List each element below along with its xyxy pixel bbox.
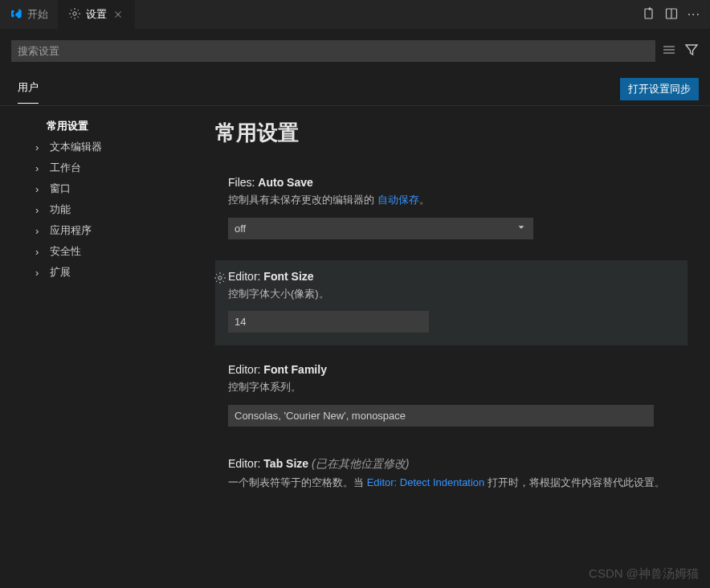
toc-extensions[interactable]: ›扩展 [0,262,185,283]
font-size-input[interactable] [228,311,429,333]
auto-save-select[interactable]: off [228,218,533,239]
setting-tab-size: Editor: Tab Size (已在其他位置修改) 一个制表符等于的空格数。… [215,447,688,513]
detect-indentation-link[interactable]: Editor: Detect Indentation [367,476,485,488]
svg-point-0 [73,11,76,14]
search-actions [662,43,699,59]
filter-icon[interactable] [684,43,699,59]
vscode-icon [10,7,22,22]
search-input[interactable] [11,40,655,62]
section-heading: 常用设置 [215,114,688,166]
search-row [0,29,710,68]
chevron-right-icon: › [35,246,45,258]
chevron-down-icon [516,222,527,235]
toc-text-editor[interactable]: ›文本编辑器 [0,137,185,157]
chevron-right-icon: › [35,162,45,174]
tab-bar-actions: ··· [643,0,710,29]
font-family-input[interactable] [228,405,654,427]
tab-start[interactable]: 开始 [0,0,59,29]
svg-point-3 [218,276,222,279]
chevron-right-icon: › [35,204,45,216]
setting-label: Editor: Font Size [228,270,675,283]
scope-tabs: 用户 [18,80,39,104]
toc-window[interactable]: ›窗口 [0,178,185,199]
chevron-right-icon: › [35,183,45,195]
toc-features[interactable]: ›功能 [0,199,185,220]
clear-search-icon[interactable] [662,43,676,59]
toc-security[interactable]: ›安全性 [0,241,185,262]
chevron-right-icon: › [35,267,45,279]
setting-description: 一个制表符等于的空格数。当 Editor: Detect Indentation… [228,475,675,491]
setting-description: 控制字体系列。 [228,379,675,395]
tab-settings-label: 设置 [86,7,107,22]
split-editor-icon[interactable] [665,7,678,22]
settings-toc: 常用设置 ›文本编辑器 ›工作台 ›窗口 ›功能 ›应用程序 ›安全性 ›扩展 [0,106,185,588]
gear-icon[interactable] [214,272,226,287]
toc-application[interactable]: ›应用程序 [0,220,185,241]
tab-start-label: 开始 [27,7,48,22]
toc-commonly-used[interactable]: 常用设置 [0,116,185,137]
close-icon[interactable] [112,8,124,21]
setting-label: Editor: Tab Size (已在其他位置修改) [228,457,675,472]
setting-description: 控制字体大小(像素)。 [228,286,675,302]
setting-label: Files: Auto Save [228,176,675,189]
settings-content: 常用设置 Files: Auto Save 控制具有未保存更改的编辑器的 自动保… [185,106,710,588]
setting-font-family: Editor: Font Family 控制字体系列。 [215,353,688,439]
new-file-icon[interactable] [643,7,655,22]
setting-font-size: Editor: Font Size 控制字体大小(像素)。 [215,260,688,346]
settings-body: 常用设置 ›文本编辑器 ›工作台 ›窗口 ›功能 ›应用程序 ›安全性 ›扩展 … [0,106,710,588]
auto-save-link[interactable]: 自动保存 [377,194,419,206]
setting-auto-save: Files: Auto Save 控制具有未保存更改的编辑器的 自动保存。 of… [215,166,688,252]
setting-label: Editor: Font Family [228,363,675,376]
more-actions-icon[interactable]: ··· [688,7,700,22]
scope-tabs-row: 用户 打开设置同步 [0,68,710,106]
tabs-container: 开始 设置 [0,0,135,29]
sync-settings-button[interactable]: 打开设置同步 [620,78,699,100]
chevron-right-icon: › [35,141,45,153]
tab-settings[interactable]: 设置 [59,0,135,29]
scope-tab-user[interactable]: 用户 [18,80,39,104]
chevron-right-icon: › [35,225,45,237]
tab-bar: 开始 设置 ··· [0,0,710,29]
toc-workbench[interactable]: ›工作台 [0,157,185,178]
svg-rect-1 [645,9,652,18]
gear-icon [68,7,81,22]
setting-description: 控制具有未保存更改的编辑器的 自动保存。 [228,192,675,208]
